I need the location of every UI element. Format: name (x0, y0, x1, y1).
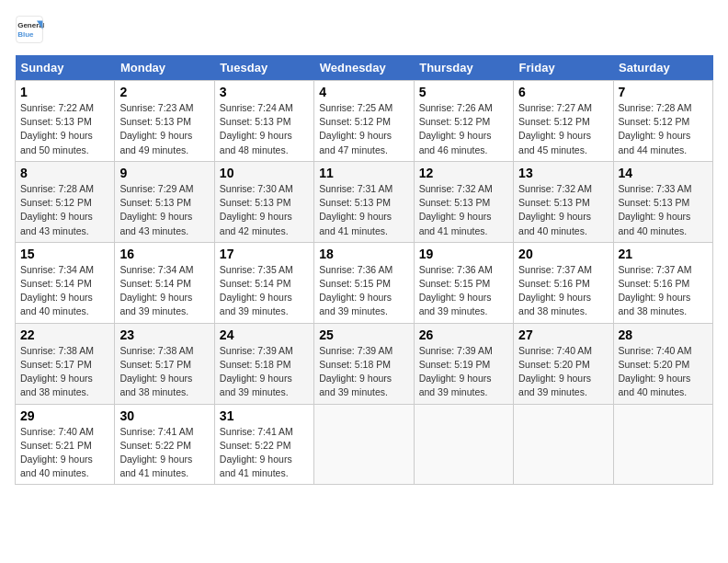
calendar-cell: 29 Sunrise: 7:40 AMSunset: 5:21 PMDaylig… (16, 404, 115, 485)
calendar-cell: 30 Sunrise: 7:41 AMSunset: 5:22 PMDaylig… (115, 404, 214, 485)
calendar-cell: 25 Sunrise: 7:39 AMSunset: 5:18 PMDaylig… (314, 323, 414, 404)
calendar-cell: 21 Sunrise: 7:37 AMSunset: 5:16 PMDaylig… (613, 242, 712, 323)
header-sunday: Sunday (16, 55, 115, 81)
day-number: 23 (119, 327, 209, 342)
day-number: 15 (20, 247, 109, 261)
calendar-cell: 24 Sunrise: 7:39 AMSunset: 5:18 PMDaylig… (214, 323, 313, 404)
calendar-cell: 27 Sunrise: 7:40 AMSunset: 5:20 PMDaylig… (514, 323, 613, 404)
day-info: Sunrise: 7:38 AMSunset: 5:17 PMDaylight:… (20, 344, 109, 400)
header-monday: Monday (115, 55, 214, 81)
calendar-cell: 15 Sunrise: 7:34 AMSunset: 5:14 PMDaylig… (16, 242, 115, 323)
calendar-cell: 14 Sunrise: 7:33 AMSunset: 5:13 PMDaylig… (613, 161, 712, 242)
calendar-cell: 7 Sunrise: 7:28 AMSunset: 5:12 PMDayligh… (613, 81, 712, 162)
day-number: 28 (619, 327, 708, 342)
calendar-week-row: 8 Sunrise: 7:28 AMSunset: 5:12 PMDayligh… (16, 161, 713, 242)
day-number: 29 (20, 408, 109, 423)
header-saturday: Saturday (613, 55, 712, 81)
calendar-cell: 13 Sunrise: 7:32 AMSunset: 5:13 PMDaylig… (514, 161, 613, 242)
calendar-cell: 18 Sunrise: 7:36 AMSunset: 5:15 PMDaylig… (314, 242, 414, 323)
day-info: Sunrise: 7:40 AMSunset: 5:20 PMDaylight:… (518, 344, 608, 400)
day-info: Sunrise: 7:25 AMSunset: 5:12 PMDaylight:… (319, 101, 408, 157)
calendar-cell: 1 Sunrise: 7:22 AMSunset: 5:13 PMDayligh… (16, 81, 115, 162)
calendar-week-row: 22 Sunrise: 7:38 AMSunset: 5:17 PMDaylig… (16, 323, 713, 404)
calendar-cell: 6 Sunrise: 7:27 AMSunset: 5:12 PMDayligh… (514, 81, 613, 162)
header-tuesday: Tuesday (214, 55, 313, 81)
calendar-cell: 23 Sunrise: 7:38 AMSunset: 5:17 PMDaylig… (115, 323, 214, 404)
day-info: Sunrise: 7:24 AMSunset: 5:13 PMDaylight:… (220, 101, 309, 157)
calendar-cell: 2 Sunrise: 7:23 AMSunset: 5:13 PMDayligh… (115, 81, 214, 162)
calendar-cell (514, 404, 613, 485)
day-info: Sunrise: 7:31 AMSunset: 5:13 PMDaylight:… (319, 182, 408, 238)
calendar-cell: 28 Sunrise: 7:40 AMSunset: 5:20 PMDaylig… (613, 323, 712, 404)
day-number: 27 (518, 327, 608, 342)
calendar-cell: 11 Sunrise: 7:31 AMSunset: 5:13 PMDaylig… (314, 161, 414, 242)
calendar-cell: 19 Sunrise: 7:36 AMSunset: 5:15 PMDaylig… (414, 242, 513, 323)
calendar-cell (314, 404, 414, 485)
calendar-cell: 16 Sunrise: 7:34 AMSunset: 5:14 PMDaylig… (115, 242, 214, 323)
day-number: 30 (119, 408, 209, 423)
day-info: Sunrise: 7:39 AMSunset: 5:18 PMDaylight:… (319, 344, 408, 400)
day-number: 21 (619, 247, 708, 261)
day-number: 5 (419, 85, 508, 99)
calendar-week-row: 1 Sunrise: 7:22 AMSunset: 5:13 PMDayligh… (16, 81, 713, 162)
day-number: 24 (220, 327, 309, 342)
day-info: Sunrise: 7:40 AMSunset: 5:21 PMDaylight:… (20, 425, 109, 481)
day-info: Sunrise: 7:39 AMSunset: 5:18 PMDaylight:… (220, 344, 309, 400)
calendar-cell: 12 Sunrise: 7:32 AMSunset: 5:13 PMDaylig… (414, 161, 513, 242)
calendar-cell: 20 Sunrise: 7:37 AMSunset: 5:16 PMDaylig… (514, 242, 613, 323)
day-number: 8 (20, 166, 109, 180)
calendar-week-row: 29 Sunrise: 7:40 AMSunset: 5:21 PMDaylig… (16, 404, 713, 485)
day-number: 14 (619, 166, 708, 180)
day-info: Sunrise: 7:39 AMSunset: 5:19 PMDaylight:… (419, 344, 508, 400)
day-number: 9 (119, 166, 209, 180)
day-info: Sunrise: 7:29 AMSunset: 5:13 PMDaylight:… (119, 182, 209, 238)
day-number: 1 (20, 85, 109, 99)
day-info: Sunrise: 7:27 AMSunset: 5:12 PMDaylight:… (518, 101, 608, 157)
day-number: 20 (518, 247, 608, 261)
day-number: 2 (119, 85, 209, 99)
day-info: Sunrise: 7:37 AMSunset: 5:16 PMDaylight:… (619, 263, 708, 319)
calendar-cell: 9 Sunrise: 7:29 AMSunset: 5:13 PMDayligh… (115, 161, 214, 242)
calendar-cell: 8 Sunrise: 7:28 AMSunset: 5:12 PMDayligh… (16, 161, 115, 242)
day-number: 12 (419, 166, 508, 180)
day-number: 22 (20, 327, 109, 342)
day-number: 17 (220, 247, 309, 261)
day-info: Sunrise: 7:40 AMSunset: 5:20 PMDaylight:… (619, 344, 708, 400)
day-number: 16 (119, 247, 209, 261)
svg-text:Blue: Blue (17, 30, 34, 39)
calendar-cell: 4 Sunrise: 7:25 AMSunset: 5:12 PMDayligh… (314, 81, 414, 162)
calendar-cell: 5 Sunrise: 7:26 AMSunset: 5:12 PMDayligh… (414, 81, 513, 162)
day-info: Sunrise: 7:32 AMSunset: 5:13 PMDaylight:… (419, 182, 508, 238)
day-info: Sunrise: 7:36 AMSunset: 5:15 PMDaylight:… (419, 263, 508, 319)
day-info: Sunrise: 7:33 AMSunset: 5:13 PMDaylight:… (619, 182, 708, 238)
day-number: 3 (220, 85, 309, 99)
header-friday: Friday (514, 55, 613, 81)
day-info: Sunrise: 7:34 AMSunset: 5:14 PMDaylight:… (20, 263, 109, 319)
day-number: 25 (319, 327, 408, 342)
logo: General Blue (15, 15, 48, 44)
header-thursday: Thursday (414, 55, 513, 81)
day-number: 31 (220, 408, 309, 423)
day-info: Sunrise: 7:22 AMSunset: 5:13 PMDaylight:… (20, 101, 109, 157)
day-number: 7 (619, 85, 708, 99)
day-info: Sunrise: 7:36 AMSunset: 5:15 PMDaylight:… (319, 263, 408, 319)
calendar-cell: 3 Sunrise: 7:24 AMSunset: 5:13 PMDayligh… (214, 81, 313, 162)
calendar-cell (613, 404, 712, 485)
day-info: Sunrise: 7:41 AMSunset: 5:22 PMDaylight:… (220, 425, 309, 481)
day-number: 18 (319, 247, 408, 261)
logo-icon: General Blue (15, 15, 44, 44)
calendar-cell: 17 Sunrise: 7:35 AMSunset: 5:14 PMDaylig… (214, 242, 313, 323)
calendar-cell: 26 Sunrise: 7:39 AMSunset: 5:19 PMDaylig… (414, 323, 513, 404)
day-info: Sunrise: 7:38 AMSunset: 5:17 PMDaylight:… (119, 344, 209, 400)
day-info: Sunrise: 7:32 AMSunset: 5:13 PMDaylight:… (518, 182, 608, 238)
day-number: 4 (319, 85, 408, 99)
calendar-cell: 10 Sunrise: 7:30 AMSunset: 5:13 PMDaylig… (214, 161, 313, 242)
day-number: 13 (518, 166, 608, 180)
day-info: Sunrise: 7:23 AMSunset: 5:13 PMDaylight:… (119, 101, 209, 157)
day-number: 6 (518, 85, 608, 99)
day-number: 19 (419, 247, 508, 261)
day-info: Sunrise: 7:41 AMSunset: 5:22 PMDaylight:… (119, 425, 209, 481)
day-info: Sunrise: 7:28 AMSunset: 5:12 PMDaylight:… (20, 182, 109, 238)
day-info: Sunrise: 7:34 AMSunset: 5:14 PMDaylight:… (119, 263, 209, 319)
weekday-header-row: Sunday Monday Tuesday Wednesday Thursday… (16, 55, 713, 81)
